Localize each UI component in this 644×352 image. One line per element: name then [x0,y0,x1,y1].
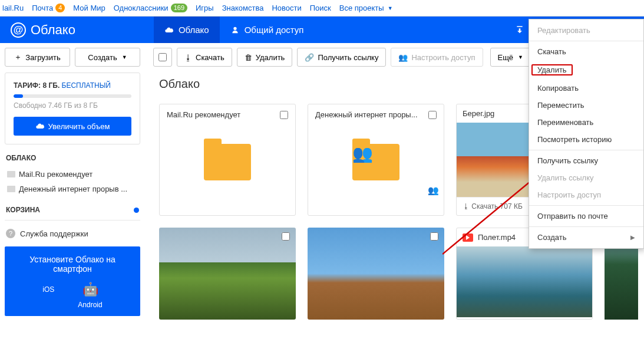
portal-news[interactable]: Новости [272,4,301,12]
enlarge-button[interactable]: Увеличить объем [14,117,131,136]
brand-logo[interactable]: @ Облако [0,22,86,38]
progress-fill [14,94,23,98]
ctx-download[interactable]: Скачать [529,43,643,60]
folder-icon [7,186,15,192]
nav-shared-label: Общий доступ [245,25,304,35]
folder-icon: 👥 [352,144,399,180]
create-button[interactable]: Создать▼ [75,48,140,67]
portal-all-label: Все проекты [339,4,384,12]
tariff-label: ТАРИФ: 8 ГБ. [14,81,60,90]
ctx-history[interactable]: Посмотреть историю [529,131,643,148]
content-area: ⭳Скачать 🗑Удалить 🔗Получить ссылку 👥Наст… [145,43,644,321]
getlink-button[interactable]: 🔗Получить ссылку [297,48,386,67]
context-menu: Редактировать Скачать Удалить Копировать… [529,19,644,249]
upload-label: Загрузить [25,53,60,62]
ctx-getlink[interactable]: Получить ссылку [529,152,643,169]
chevron-down-icon: ▼ [388,5,393,11]
delete-button[interactable]: 🗑Удалить [237,48,293,67]
ctx-create[interactable]: Создать▶ [529,229,643,246]
tariff-label-row: ТАРИФ: 8 ГБ. БЕСПЛАТНЫЙ [14,81,131,90]
access-label: Настроить доступ [411,53,475,62]
tariff-plan-link[interactable]: БЕСПЛАТНЫЙ [62,81,111,90]
ctx-dellink[interactable]: Удалить ссылку [529,169,643,186]
ctx-delete[interactable]: Удалить [529,60,643,80]
folder-icon [7,171,15,177]
image-tile-field[interactable] [159,228,296,320]
support-label: Служба поддержки [20,229,88,238]
mail-badge-icon: 4 [55,4,65,12]
download-icon [515,25,524,35]
image-tile-hay[interactable] [308,228,444,320]
ok-badge-icon: 169 [171,4,187,12]
select-all-checkbox[interactable] [153,48,172,67]
sidebar-folder-label: Денежный интернет прорыв ... [19,185,127,193]
portal-dating[interactable]: Знакомства [222,4,264,12]
portal-mailru[interactable]: lail.Ru [2,4,24,12]
more-button[interactable]: Ещё▼ [490,48,531,67]
tile-name: Денежный интернет проры... [315,110,428,119]
ctx-access[interactable]: Настроить доступ [529,186,643,203]
divider [529,205,643,206]
ctx-rename[interactable]: Переименовать [529,114,643,131]
people-icon: 👥 [398,53,408,62]
download-label: Скачать [196,53,224,62]
sidebar-folder-money[interactable]: Денежный интернет прорыв ... [5,182,140,196]
getlink-label: Получить ссылку [318,53,378,62]
people-icon [230,25,240,35]
portal-ok-label: Одноклассники [114,4,169,12]
chevron-down-icon: ▼ [122,54,127,60]
shared-icon: 👥 [428,185,439,196]
portal-mail-label: Почта [32,4,53,12]
tile-checkbox[interactable] [282,232,290,241]
portal-search[interactable]: Поиск [310,4,331,12]
trash-indicator-icon [134,208,139,213]
main-nav: Облако Общий доступ [154,17,315,43]
portal-mail[interactable]: Почта4 [32,4,65,12]
download-button[interactable]: ⭳Скачать [177,48,232,67]
access-button[interactable]: 👥Настроить доступ [391,48,483,67]
upload-button[interactable]: ＋Загрузить [5,48,70,67]
mobile-promo: Установите Облако на смартфон iOS 🤖 Andr… [5,246,140,316]
portal-nav: lail.Ru Почта4 Мой Мир Одноклассники169 … [0,0,644,17]
ctx-edit[interactable]: Редактировать [529,22,643,39]
sidebar-folder-recommend[interactable]: Mail.Ru рекомендует [5,167,140,182]
nav-cloud-label: Облако [179,25,209,35]
trash-label: КОРЗИНА [6,206,40,214]
portal-ok[interactable]: Одноклассники169 [114,4,187,12]
portal-mymir[interactable]: Мой Мир [73,4,105,12]
promo-ios-label: iOS [42,285,54,294]
promo-ios[interactable]: iOS [42,282,54,309]
video-thumbnail [457,246,592,317]
delete-label: Удалить [256,53,285,62]
cloud-icon [164,25,174,35]
chevron-down-icon: ▼ [518,54,523,60]
folder-tile-recommend[interactable]: Mail.Ru рекомендует [159,104,296,216]
folder-icon [204,144,251,180]
divider [529,41,643,41]
support-link[interactable]: ? Служба поддержки [5,226,140,241]
tile-download-label[interactable]: Скачать 707 КБ [471,202,523,210]
tile-checkbox[interactable] [430,232,438,241]
chevron-right-icon: ▶ [630,234,635,241]
brand-text: Облако [31,22,75,38]
tile-checkbox[interactable] [280,111,288,119]
nav-cloud[interactable]: Облако [154,17,220,43]
tile-checkbox[interactable] [428,111,437,119]
promo-title: Установите Облако на смартфон [11,255,134,274]
promo-android-label: Android [78,301,102,309]
promo-android[interactable]: 🤖 Android [78,282,102,309]
portal-games[interactable]: Игры [196,4,214,12]
folder-tile-money[interactable]: Денежный интернет проры... 👥 👥 [308,104,444,216]
ctx-move[interactable]: Переместить [529,97,643,114]
ctx-mail[interactable]: Отправить по почте [529,208,643,225]
nav-shared[interactable]: Общий доступ [220,17,315,43]
trash-section-header[interactable]: КОРЗИНА [6,206,139,214]
cloud-section-header: ОБЛАКО [6,154,139,162]
ctx-copy[interactable]: Копировать [529,80,643,97]
portal-all[interactable]: Все проекты▼ [339,4,393,12]
enlarge-label: Увеличить объем [48,122,110,131]
tile-name: Mail.Ru рекомендует [167,110,280,119]
trash-icon: 🗑 [245,53,252,62]
cloud-icon [35,121,45,131]
sidebar: ＋Загрузить Создать▼ ТАРИФ: 8 ГБ. БЕСПЛАТ… [0,43,145,321]
